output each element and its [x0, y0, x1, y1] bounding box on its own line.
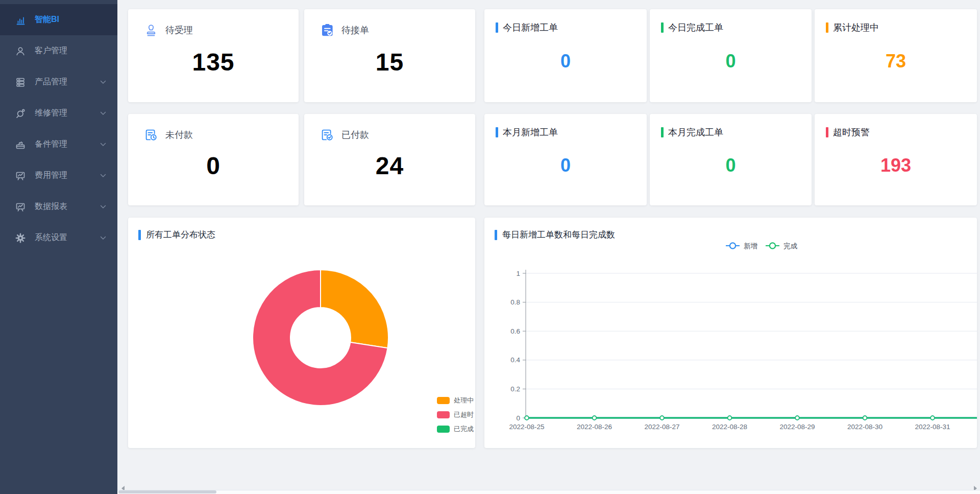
stat-card-value: 73 — [826, 34, 966, 94]
legend-swatch — [437, 397, 450, 404]
data-point-完成[interactable] — [795, 416, 799, 420]
stat-card-label: 本月新增工单 — [503, 126, 558, 138]
server-stack-icon — [14, 76, 27, 89]
pie-legend-item[interactable]: 处理中 — [437, 396, 474, 405]
x-tick-label: 2022-08-25 — [509, 423, 544, 431]
stat-card-today-done: 今日完成工单 0 — [650, 9, 812, 102]
stat-card-label: 已付款 — [341, 129, 369, 141]
stat-card-header: 今日完成工单 — [661, 21, 800, 34]
data-point-完成[interactable] — [728, 416, 732, 420]
scrollbar-track[interactable] — [117, 490, 980, 494]
title-accent-bar — [138, 230, 141, 240]
stat-card-total-processing: 累计处理中 73 — [815, 9, 977, 102]
pie-slice-处理中[interactable] — [321, 270, 388, 348]
stat-card-label: 超时预警 — [833, 126, 870, 138]
legend-label: 处理中 — [454, 396, 474, 405]
stat-card-pending-receive: 待接单 15 — [304, 9, 475, 102]
stat-card-value: 0 — [496, 34, 635, 94]
sidebar-item-spares[interactable]: 备件管理 — [0, 129, 117, 160]
legend-swatch — [437, 426, 450, 433]
scrollbar-thumb[interactable] — [118, 490, 216, 493]
x-tick-label: 2022-08-26 — [577, 423, 612, 431]
stat-card-label: 今日完成工单 — [668, 21, 723, 34]
legend-swatch — [437, 411, 450, 418]
sidebar-item-label: 系统设置 — [35, 232, 67, 243]
chevron-down-icon — [100, 174, 106, 178]
stat-accent-bar — [826, 22, 828, 33]
stat-card-value: 15 — [320, 38, 460, 93]
y-tick-label: 0 — [516, 414, 520, 422]
stat-card-today-new: 今日新增工单 0 — [484, 9, 647, 102]
sidebar-item-expenses[interactable]: 费用管理 — [0, 160, 117, 191]
stat-card-header: 已付款 — [320, 127, 460, 143]
stamp-icon — [143, 22, 159, 38]
sidebar-item-settings[interactable]: 系统设置 — [0, 222, 117, 253]
pie-chart-title-label: 所有工单分布状态 — [146, 229, 215, 241]
stat-card-value: 135 — [143, 38, 283, 93]
invoice-clock-icon — [143, 127, 159, 143]
chevron-down-icon — [100, 236, 106, 240]
stat-card-header: 累计处理中 — [826, 21, 966, 34]
stat-card-header: 本月完成工单 — [661, 126, 800, 138]
toolbox-icon — [14, 138, 27, 151]
legend-label: 新增 — [744, 242, 757, 250]
data-point-完成[interactable] — [593, 416, 597, 420]
user-icon — [14, 44, 27, 58]
line-legend-item[interactable]: 完成 — [766, 242, 798, 250]
pie-chart-title: 所有工单分布状态 — [138, 229, 215, 241]
stat-card-value: 0 — [661, 138, 800, 197]
stat-card-unpaid: 未付款 0 — [128, 114, 299, 205]
stat-accent-bar — [496, 127, 498, 137]
stat-card-value: 24 — [320, 143, 460, 196]
pie-legend-item[interactable]: 已超时 — [437, 410, 474, 419]
stat-card-label: 今日新增工单 — [503, 21, 558, 34]
stat-card-header: 今日新增工单 — [496, 21, 635, 34]
data-point-完成[interactable] — [660, 416, 664, 420]
stat-card-label: 待受理 — [165, 24, 193, 36]
sidebar-item-label: 费用管理 — [35, 170, 67, 181]
legend-label: 已完成 — [454, 425, 474, 434]
x-tick-label: 2022-08-28 — [712, 423, 747, 431]
y-tick-label: 0.8 — [510, 298, 520, 306]
sidebar-item-reports[interactable]: 数据报表 — [0, 191, 117, 222]
legend-label: 已超时 — [454, 410, 474, 419]
line-legend-item[interactable]: 新增 — [726, 242, 757, 250]
chevron-down-icon — [100, 205, 106, 209]
stat-accent-bar — [661, 22, 664, 33]
sidebar-item-bi[interactable]: 智能BI — [0, 4, 117, 35]
bar-chart-icon — [14, 13, 27, 27]
stat-card-month-new: 本月新增工单 0 — [484, 114, 647, 205]
stat-card-value: 0 — [143, 143, 283, 196]
data-point-完成[interactable] — [525, 416, 529, 420]
chevron-down-icon — [100, 143, 106, 147]
x-tick-label: 2022-08-29 — [779, 423, 815, 431]
legend-label: 完成 — [783, 242, 798, 250]
sidebar-item-products[interactable]: 产品管理 — [0, 66, 117, 98]
stat-card-overtime-warning: 超时预警 193 — [815, 114, 977, 205]
sidebar-menu: 智能BI客户管理产品管理维修管理备件管理费用管理数据报表系统设置 — [0, 0, 117, 253]
pie-legend-item[interactable]: 已完成 — [437, 425, 474, 434]
repair-inspect-icon — [14, 107, 27, 120]
stat-card-header: 未付款 — [143, 127, 283, 143]
sidebar-item-repairs[interactable]: 维修管理 — [0, 98, 117, 129]
stat-card-paid: 已付款 24 — [304, 114, 475, 205]
gear-icon — [14, 231, 27, 245]
sidebar-item-label: 维修管理 — [35, 108, 67, 119]
y-tick-label: 0.4 — [510, 356, 520, 364]
stat-card-month-done: 本月完成工单 0 — [650, 114, 812, 205]
stat-accent-bar — [826, 127, 828, 137]
x-tick-label: 2022-08-27 — [644, 423, 679, 431]
x-tick-label: 2022-08-31 — [915, 423, 950, 431]
data-point-完成[interactable] — [930, 416, 935, 420]
x-tick-label: 2022-08-30 — [847, 423, 883, 431]
stat-card-value: 0 — [496, 138, 635, 197]
stat-card-header: 待受理 — [143, 22, 283, 38]
stat-card-value: 193 — [826, 138, 966, 197]
stat-card-label: 未付款 — [165, 129, 193, 141]
stat-card-pending-accept: 待受理 135 — [128, 9, 299, 102]
chart-board-icon — [14, 169, 27, 182]
stat-card-label: 累计处理中 — [833, 21, 879, 34]
sidebar-item-label: 数据报表 — [35, 201, 67, 212]
data-point-完成[interactable] — [863, 416, 867, 420]
sidebar-item-customers[interactable]: 客户管理 — [0, 35, 117, 66]
